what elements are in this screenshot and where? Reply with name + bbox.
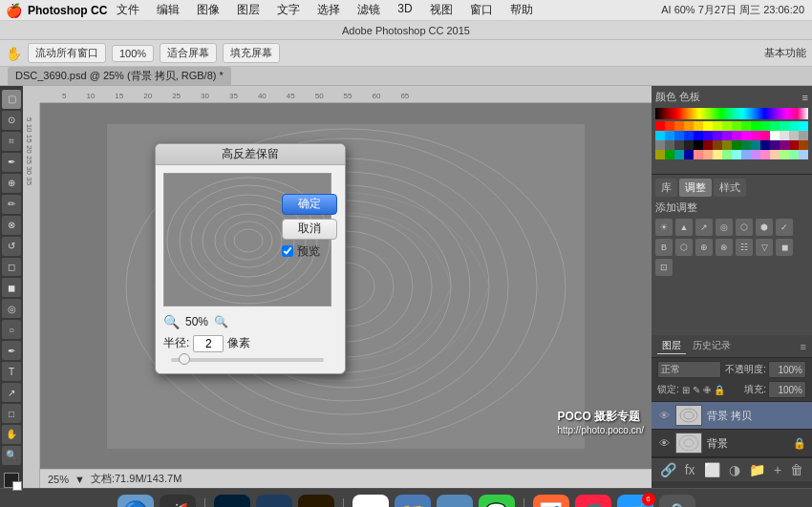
- color-swatch[interactable]: [655, 150, 665, 159]
- library-tab[interactable]: 库: [655, 179, 677, 197]
- color-swatch[interactable]: [799, 131, 808, 140]
- lock-all-icon[interactable]: 🔒: [714, 385, 725, 395]
- dock-launchpad[interactable]: 🚀: [160, 495, 196, 508]
- foreground-color[interactable]: [4, 473, 19, 488]
- color-swatch[interactable]: [703, 140, 713, 150]
- color-swatch[interactable]: [770, 131, 780, 140]
- color-swatch[interactable]: [732, 121, 741, 131]
- pen-tool[interactable]: ✒: [2, 341, 21, 360]
- curves-adj-icon[interactable]: ↗: [695, 219, 713, 236]
- color-swatch[interactable]: [674, 140, 684, 150]
- text-tool[interactable]: T: [2, 362, 21, 381]
- selection-tool[interactable]: ▢: [2, 90, 21, 109]
- color-swatch[interactable]: [674, 131, 684, 140]
- menu-select[interactable]: 选择: [313, 0, 344, 20]
- color-swatch[interactable]: [713, 121, 722, 131]
- layers-panel-menu-icon[interactable]: ≡: [801, 341, 806, 352]
- add-adj-btn[interactable]: ◑: [729, 462, 740, 477]
- hsl-adj-icon[interactable]: ⬢: [756, 219, 773, 236]
- color-swatch[interactable]: [780, 131, 789, 140]
- lasso-tool[interactable]: ⊙: [2, 111, 21, 130]
- color-swatch[interactable]: [694, 150, 703, 159]
- dock-messages[interactable]: 💬: [479, 495, 515, 508]
- layer-item-copy[interactable]: 👁 背景 拷贝: [652, 402, 812, 430]
- adjustments-tab[interactable]: 调整: [679, 179, 712, 197]
- color-swatch[interactable]: [780, 150, 789, 159]
- color-swatch[interactable]: [741, 131, 751, 140]
- cancel-button[interactable]: 取消: [282, 219, 337, 240]
- menu-edit[interactable]: 编辑: [153, 0, 183, 20]
- color-swatch[interactable]: [799, 140, 808, 150]
- color-swatch[interactable]: [770, 150, 780, 159]
- fill-value[interactable]: 100%: [768, 381, 806, 398]
- zoom-tool[interactable]: 🔍: [2, 446, 21, 465]
- brush-tool[interactable]: ✏: [2, 195, 21, 214]
- brightness-adj-icon[interactable]: ☀: [655, 219, 673, 236]
- color-swatch[interactable]: [674, 150, 684, 159]
- color-swatch[interactable]: [751, 121, 760, 131]
- color-swatch[interactable]: [789, 121, 799, 131]
- color-swatch[interactable]: [665, 121, 674, 131]
- zoom-out-icon[interactable]: 🔍: [163, 314, 180, 329]
- vibrance-adj-icon[interactable]: ⬡: [736, 219, 753, 236]
- color-swatch[interactable]: [694, 140, 703, 150]
- radius-slider-track[interactable]: [171, 358, 324, 362]
- hand-tool[interactable]: ✋: [2, 425, 21, 444]
- color-swatch[interactable]: [799, 150, 808, 159]
- color-swatch[interactable]: [789, 131, 799, 140]
- color-swatch[interactable]: [751, 140, 760, 150]
- dock-illustrator[interactable]: Ai: [298, 495, 334, 508]
- menu-file[interactable]: 文件: [113, 0, 143, 20]
- color-swatch[interactable]: [665, 131, 674, 140]
- color-swatch[interactable]: [674, 121, 684, 131]
- color-swatch[interactable]: [732, 131, 741, 140]
- dock-charts[interactable]: 📊: [533, 495, 569, 508]
- color-swatch[interactable]: [684, 121, 694, 131]
- blur-tool[interactable]: ◎: [2, 299, 21, 318]
- path-tool[interactable]: ↗: [2, 383, 21, 402]
- dock-appstore[interactable]: 🛒 6: [617, 495, 653, 508]
- color-swatch[interactable]: [684, 131, 694, 140]
- fill-screen-btn[interactable]: 填充屏幕: [223, 43, 280, 63]
- color-swatch[interactable]: [789, 140, 799, 150]
- menu-view[interactable]: 视图: [426, 0, 457, 20]
- color-swatch[interactable]: [703, 121, 713, 131]
- eyedropper-tool[interactable]: ✒: [2, 153, 21, 172]
- color-swatch[interactable]: [655, 140, 665, 150]
- color-swatch[interactable]: [665, 150, 674, 159]
- blend-mode-select[interactable]: 正常: [657, 361, 721, 378]
- color-swatch[interactable]: [655, 131, 665, 140]
- color-swatch[interactable]: [741, 140, 751, 150]
- menu-filter[interactable]: 滤镜: [353, 0, 384, 20]
- color-swatch[interactable]: [694, 131, 703, 140]
- color-swatch[interactable]: [684, 150, 694, 159]
- color-swatch[interactable]: [713, 140, 722, 150]
- crop-tool[interactable]: ⌗: [2, 132, 21, 151]
- delete-layer-btn[interactable]: 🗑: [790, 462, 803, 477]
- clone-tool[interactable]: ⊗: [2, 216, 21, 235]
- dodge-tool[interactable]: ○: [2, 320, 21, 339]
- posterize-adj-icon[interactable]: ☷: [736, 239, 753, 256]
- color-swatch[interactable]: [655, 121, 665, 131]
- preview-checkbox[interactable]: [282, 245, 293, 257]
- color-swatch[interactable]: [780, 140, 789, 150]
- background-color[interactable]: [12, 481, 22, 491]
- layer-visibility-icon-copy[interactable]: 👁: [657, 409, 671, 422]
- opacity-value[interactable]: 100%: [768, 361, 806, 378]
- ok-button[interactable]: 确定: [282, 194, 337, 215]
- radius-slider-thumb[interactable]: [179, 353, 190, 365]
- healing-tool[interactable]: ⊕: [2, 174, 21, 193]
- dock-security[interactable]: 🔒: [659, 495, 695, 508]
- layer-item-background[interactable]: 👁 背景 🔒: [652, 430, 812, 457]
- color-swatch[interactable]: [722, 131, 732, 140]
- shape-tool[interactable]: □: [2, 404, 21, 423]
- color-swatch[interactable]: [751, 131, 760, 140]
- zoom-100-btn[interactable]: 100%: [112, 45, 154, 62]
- history-brush-tool[interactable]: ↺: [2, 237, 21, 256]
- dock-calendar[interactable]: 27: [353, 495, 389, 508]
- radius-input[interactable]: [193, 335, 224, 352]
- color-swatch[interactable]: [780, 121, 789, 131]
- invert-adj-icon[interactable]: ⊗: [716, 239, 733, 256]
- color-swatch[interactable]: [760, 131, 770, 140]
- color-swatch[interactable]: [713, 131, 722, 140]
